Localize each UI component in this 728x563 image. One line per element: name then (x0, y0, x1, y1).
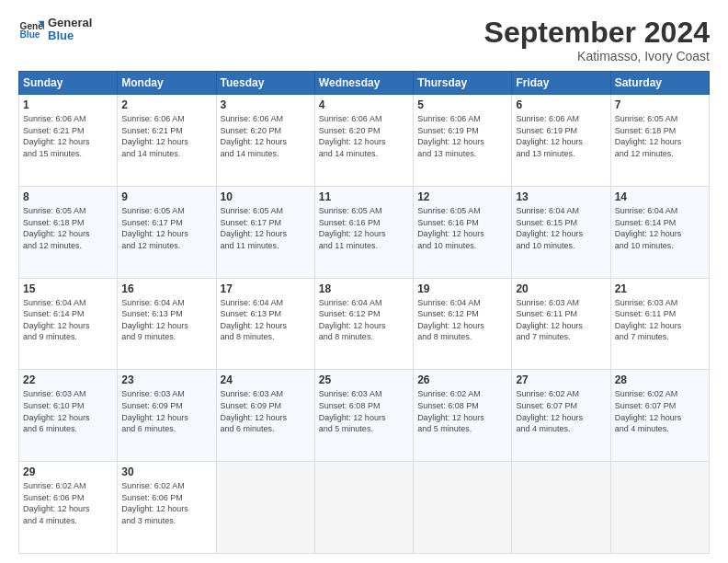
calendar-cell: 21Sunrise: 6:03 AM Sunset: 6:11 PM Dayli… (610, 278, 709, 370)
calendar-cell: 12Sunrise: 6:05 AM Sunset: 6:16 PM Dayli… (414, 186, 512, 278)
day-number: 29 (23, 465, 113, 478)
calendar-cell: 25Sunrise: 6:03 AM Sunset: 6:08 PM Dayli… (314, 370, 413, 462)
day-info: Sunrise: 6:02 AM Sunset: 6:06 PM Dayligh… (121, 480, 211, 526)
calendar-header-row: SundayMondayTuesdayWednesdayThursdayFrid… (19, 72, 710, 95)
calendar-cell (314, 462, 413, 554)
day-info: Sunrise: 6:06 AM Sunset: 6:19 PM Dayligh… (516, 113, 606, 159)
calendar-body: 1Sunrise: 6:06 AM Sunset: 6:21 PM Daylig… (19, 95, 710, 554)
day-info: Sunrise: 6:06 AM Sunset: 6:20 PM Dayligh… (221, 113, 311, 159)
calendar-cell: 5Sunrise: 6:06 AM Sunset: 6:19 PM Daylig… (414, 95, 512, 187)
day-info: Sunrise: 6:04 AM Sunset: 6:12 PM Dayligh… (417, 297, 507, 343)
day-info: Sunrise: 6:06 AM Sunset: 6:21 PM Dayligh… (23, 113, 113, 159)
day-info: Sunrise: 6:05 AM Sunset: 6:18 PM Dayligh… (615, 113, 705, 159)
calendar-cell: 17Sunrise: 6:04 AM Sunset: 6:13 PM Dayli… (216, 278, 314, 370)
calendar-cell: 27Sunrise: 6:02 AM Sunset: 6:07 PM Dayli… (512, 370, 610, 462)
calendar-cell: 3Sunrise: 6:06 AM Sunset: 6:20 PM Daylig… (216, 95, 314, 187)
day-info: Sunrise: 6:05 AM Sunset: 6:18 PM Dayligh… (23, 205, 113, 251)
day-number: 1 (23, 98, 113, 111)
day-info: Sunrise: 6:06 AM Sunset: 6:21 PM Dayligh… (121, 113, 211, 159)
week-row-5: 29Sunrise: 6:02 AM Sunset: 6:06 PM Dayli… (19, 462, 710, 554)
week-row-2: 8Sunrise: 6:05 AM Sunset: 6:18 PM Daylig… (19, 186, 710, 278)
calendar-cell: 28Sunrise: 6:02 AM Sunset: 6:07 PM Dayli… (610, 370, 709, 462)
calendar-cell: 14Sunrise: 6:04 AM Sunset: 6:14 PM Dayli… (610, 186, 709, 278)
calendar-cell: 30Sunrise: 6:02 AM Sunset: 6:06 PM Dayli… (118, 462, 216, 554)
calendar-cell: 2Sunrise: 6:06 AM Sunset: 6:21 PM Daylig… (118, 95, 216, 187)
day-number: 10 (221, 190, 311, 203)
weekday-header-wednesday: Wednesday (314, 72, 413, 95)
day-number: 20 (516, 282, 606, 295)
week-row-1: 1Sunrise: 6:06 AM Sunset: 6:21 PM Daylig… (19, 95, 710, 187)
day-info: Sunrise: 6:04 AM Sunset: 6:15 PM Dayligh… (516, 205, 606, 251)
calendar-cell: 29Sunrise: 6:02 AM Sunset: 6:06 PM Dayli… (19, 462, 118, 554)
day-number: 22 (23, 373, 113, 386)
day-number: 6 (516, 98, 606, 111)
calendar-cell: 1Sunrise: 6:06 AM Sunset: 6:21 PM Daylig… (19, 95, 118, 187)
day-info: Sunrise: 6:05 AM Sunset: 6:17 PM Dayligh… (121, 205, 211, 251)
day-number: 21 (615, 282, 705, 295)
day-info: Sunrise: 6:03 AM Sunset: 6:10 PM Dayligh… (23, 388, 113, 434)
day-number: 30 (121, 465, 211, 478)
day-number: 25 (319, 373, 409, 386)
day-number: 4 (319, 98, 409, 111)
day-info: Sunrise: 6:04 AM Sunset: 6:14 PM Dayligh… (23, 297, 113, 343)
day-number: 13 (516, 190, 606, 203)
week-row-4: 22Sunrise: 6:03 AM Sunset: 6:10 PM Dayli… (19, 370, 710, 462)
day-number: 24 (221, 373, 311, 386)
logo-blue: Blue (48, 29, 92, 42)
day-info: Sunrise: 6:03 AM Sunset: 6:09 PM Dayligh… (221, 388, 311, 434)
day-number: 8 (23, 190, 113, 203)
calendar-cell: 22Sunrise: 6:03 AM Sunset: 6:10 PM Dayli… (19, 370, 118, 462)
header: General Blue General Blue September 2024… (18, 17, 710, 63)
day-number: 2 (121, 98, 211, 111)
day-number: 12 (417, 190, 507, 203)
calendar-cell: 26Sunrise: 6:02 AM Sunset: 6:08 PM Dayli… (414, 370, 512, 462)
title-block: September 2024 Katimasso, Ivory Coast (484, 17, 710, 63)
day-number: 7 (615, 98, 705, 111)
calendar-cell: 24Sunrise: 6:03 AM Sunset: 6:09 PM Dayli… (216, 370, 314, 462)
logo-icon: General Blue (18, 17, 44, 42)
day-number: 3 (221, 98, 311, 111)
calendar-cell: 23Sunrise: 6:03 AM Sunset: 6:09 PM Dayli… (118, 370, 216, 462)
day-number: 16 (121, 282, 211, 295)
calendar-cell (610, 462, 709, 554)
calendar-cell: 4Sunrise: 6:06 AM Sunset: 6:20 PM Daylig… (314, 95, 413, 187)
calendar-cell: 11Sunrise: 6:05 AM Sunset: 6:16 PM Dayli… (314, 186, 413, 278)
day-info: Sunrise: 6:03 AM Sunset: 6:11 PM Dayligh… (615, 297, 705, 343)
calendar-cell: 18Sunrise: 6:04 AM Sunset: 6:12 PM Dayli… (314, 278, 413, 370)
logo: General Blue General Blue (18, 17, 92, 43)
day-number: 28 (615, 373, 705, 386)
calendar-cell: 7Sunrise: 6:05 AM Sunset: 6:18 PM Daylig… (610, 95, 709, 187)
calendar-cell: 10Sunrise: 6:05 AM Sunset: 6:17 PM Dayli… (216, 186, 314, 278)
day-number: 14 (615, 190, 705, 203)
day-info: Sunrise: 6:04 AM Sunset: 6:13 PM Dayligh… (221, 297, 311, 343)
week-row-3: 15Sunrise: 6:04 AM Sunset: 6:14 PM Dayli… (19, 278, 710, 370)
day-number: 11 (319, 190, 409, 203)
month-title: September 2024 (484, 17, 710, 49)
calendar-cell: 13Sunrise: 6:04 AM Sunset: 6:15 PM Dayli… (512, 186, 610, 278)
day-number: 15 (23, 282, 113, 295)
weekday-header-sunday: Sunday (19, 72, 118, 95)
day-number: 18 (319, 282, 409, 295)
logo-general: General (48, 17, 92, 29)
day-info: Sunrise: 6:06 AM Sunset: 6:19 PM Dayligh… (417, 113, 507, 159)
day-info: Sunrise: 6:02 AM Sunset: 6:07 PM Dayligh… (615, 388, 705, 434)
day-info: Sunrise: 6:03 AM Sunset: 6:08 PM Dayligh… (319, 388, 409, 434)
weekday-header-saturday: Saturday (610, 72, 709, 95)
day-info: Sunrise: 6:02 AM Sunset: 6:07 PM Dayligh… (516, 388, 606, 434)
day-number: 27 (516, 373, 606, 386)
calendar-cell (512, 462, 610, 554)
calendar-cell: 15Sunrise: 6:04 AM Sunset: 6:14 PM Dayli… (19, 278, 118, 370)
calendar-cell (216, 462, 314, 554)
svg-text:Blue: Blue (20, 30, 40, 40)
weekday-header-monday: Monday (118, 72, 216, 95)
day-number: 5 (417, 98, 507, 111)
day-info: Sunrise: 6:02 AM Sunset: 6:08 PM Dayligh… (417, 388, 507, 434)
day-info: Sunrise: 6:04 AM Sunset: 6:12 PM Dayligh… (319, 297, 409, 343)
day-info: Sunrise: 6:02 AM Sunset: 6:06 PM Dayligh… (23, 480, 113, 526)
day-number: 23 (121, 373, 211, 386)
day-info: Sunrise: 6:06 AM Sunset: 6:20 PM Dayligh… (319, 113, 409, 159)
calendar-cell: 20Sunrise: 6:03 AM Sunset: 6:11 PM Dayli… (512, 278, 610, 370)
weekday-header-friday: Friday (512, 72, 610, 95)
location-subtitle: Katimasso, Ivory Coast (484, 49, 710, 63)
day-info: Sunrise: 6:05 AM Sunset: 6:16 PM Dayligh… (417, 205, 507, 251)
